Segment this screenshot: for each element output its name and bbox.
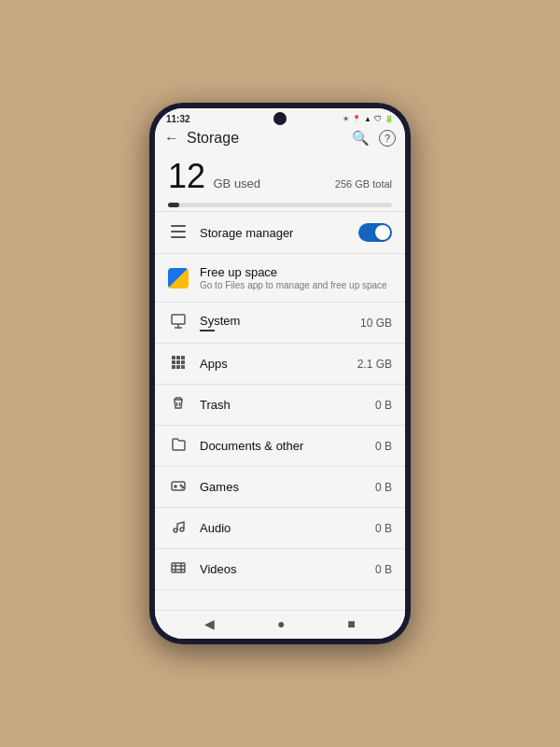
battery-icon: 🔋 <box>385 115 394 123</box>
apps-title: Apps <box>200 357 346 371</box>
trash-title: Trash <box>200 398 364 412</box>
storage-gb-label: GB used <box>214 176 261 190</box>
storage-total: 256 GB total <box>335 178 392 190</box>
audio-row[interactable]: Audio 0 B <box>155 510 405 546</box>
files-app-icon <box>168 268 189 289</box>
signal-icon: ▲ <box>364 115 371 123</box>
storage-manager-toggle[interactable] <box>358 223 392 242</box>
svg-point-22 <box>182 486 184 488</box>
games-content: Games <box>200 480 364 494</box>
divider-2 <box>155 253 405 254</box>
home-nav-button[interactable]: ● <box>277 616 285 631</box>
system-row[interactable]: System 10 GB <box>155 304 405 341</box>
audio-value: 0 B <box>375 522 392 535</box>
status-bar: 11:32 ☀ 📍 ▲ 🛡 🔋 <box>155 108 405 126</box>
divider-5 <box>155 384 405 385</box>
trash-content: Trash <box>200 398 364 412</box>
apps-value: 2.1 GB <box>357 358 392 371</box>
games-title: Games <box>200 480 364 494</box>
page-title: Storage <box>187 130 239 147</box>
storage-manager-row[interactable]: Storage manager <box>155 214 405 251</box>
status-time: 11:32 <box>166 114 190 124</box>
svg-rect-6 <box>172 356 175 359</box>
back-button[interactable]: ← <box>164 130 179 147</box>
storage-manager-icon <box>168 224 189 242</box>
content-area: 12 GB used 256 GB total <box>155 152 405 610</box>
system-value: 10 GB <box>360 317 392 330</box>
trash-value: 0 B <box>375 399 392 412</box>
divider-8 <box>155 507 405 508</box>
games-row[interactable]: Games 0 B <box>155 469 405 505</box>
system-content: System <box>200 314 349 331</box>
free-up-subtitle: Go to Files app to manage and free up sp… <box>200 280 392 290</box>
nav-bar: ◀ ● ■ <box>155 610 405 639</box>
documents-value: 0 B <box>375 440 392 453</box>
divider-1 <box>155 211 405 212</box>
free-up-space-row[interactable]: Free up space Go to Files app to manage … <box>155 256 405 300</box>
audio-icon <box>168 519 189 537</box>
videos-title: Videos <box>200 562 364 576</box>
svg-rect-14 <box>181 365 185 369</box>
recents-nav-button[interactable]: ■ <box>347 616 355 631</box>
divider-10 <box>155 589 405 590</box>
svg-rect-8 <box>181 356 185 359</box>
svg-rect-0 <box>171 225 186 227</box>
svg-rect-9 <box>172 360 175 364</box>
svg-rect-13 <box>176 365 180 369</box>
videos-row[interactable]: Videos 0 B <box>155 551 405 587</box>
games-value: 0 B <box>375 481 392 494</box>
apps-icon <box>168 355 189 373</box>
free-up-title: Free up space <box>200 265 392 279</box>
svg-rect-10 <box>176 360 180 364</box>
phone-screen: 11:32 ☀ 📍 ▲ 🛡 🔋 ← Storage 🔍 ? <box>155 108 405 639</box>
svg-rect-12 <box>172 365 175 369</box>
svg-point-21 <box>180 485 182 486</box>
apps-row[interactable]: Apps 2.1 GB <box>155 345 405 382</box>
top-bar-right: 🔍 ? <box>352 130 396 147</box>
divider-9 <box>155 548 405 549</box>
divider-6 <box>155 425 405 426</box>
svg-rect-25 <box>172 563 185 572</box>
top-bar: ← Storage 🔍 ? <box>155 126 405 152</box>
storage-bar-fill <box>168 203 179 207</box>
svg-rect-3 <box>172 315 185 324</box>
back-nav-button[interactable]: ◀ <box>204 616 215 631</box>
security-icon: 🛡 <box>374 115 382 123</box>
svg-rect-11 <box>181 360 185 364</box>
system-icon <box>168 314 189 331</box>
help-icon[interactable]: ? <box>379 130 396 147</box>
documents-content: Documents & other <box>200 439 364 453</box>
phone-frame: 11:32 ☀ 📍 ▲ 🛡 🔋 ← Storage 🔍 ? <box>149 103 411 644</box>
trash-icon <box>168 396 189 414</box>
camera-notch <box>273 112 287 125</box>
videos-content: Videos <box>200 562 364 576</box>
storage-manager-title: Storage manager <box>200 226 347 240</box>
storage-header: 12 GB used 256 GB total <box>155 152 405 197</box>
system-underline <box>200 330 215 331</box>
games-icon <box>168 478 189 496</box>
trash-row[interactable]: Trash 0 B <box>155 387 405 423</box>
divider-4 <box>155 343 405 344</box>
storage-bar <box>168 203 392 207</box>
wifi-icon: ☀ <box>343 115 349 123</box>
top-bar-left: ← Storage <box>164 130 239 147</box>
svg-rect-2 <box>171 236 186 238</box>
system-title: System <box>200 314 349 328</box>
divider-3 <box>155 302 405 303</box>
audio-content: Audio <box>200 521 364 535</box>
videos-value: 0 B <box>375 563 392 576</box>
svg-rect-7 <box>176 356 180 359</box>
svg-rect-1 <box>171 231 186 233</box>
search-icon[interactable]: 🔍 <box>352 130 370 147</box>
free-up-content: Free up space Go to Files app to manage … <box>200 265 392 290</box>
documents-icon <box>168 437 189 455</box>
audio-title: Audio <box>200 521 364 535</box>
status-icons: ☀ 📍 ▲ 🛡 🔋 <box>343 115 394 123</box>
divider-7 <box>155 466 405 467</box>
documents-row[interactable]: Documents & other 0 B <box>155 428 405 464</box>
videos-icon <box>168 560 189 578</box>
storage-manager-content: Storage manager <box>200 226 347 240</box>
location-icon: 📍 <box>352 115 361 123</box>
storage-gb-number: 12 <box>168 157 205 195</box>
documents-title: Documents & other <box>200 439 364 453</box>
